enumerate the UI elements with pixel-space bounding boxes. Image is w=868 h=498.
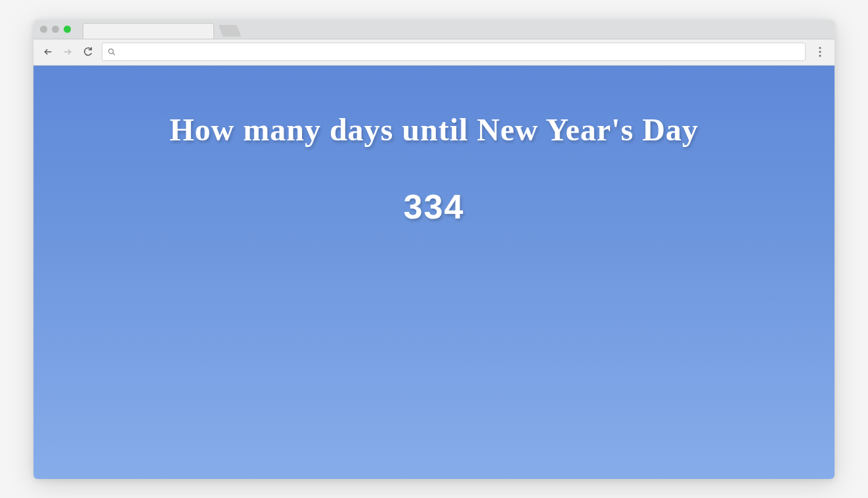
arrow-right-icon (63, 47, 72, 56)
svg-point-6 (819, 54, 821, 56)
window-controls (40, 26, 71, 33)
maximize-window-button[interactable] (64, 26, 71, 33)
reload-icon (83, 47, 93, 57)
minimize-window-button[interactable] (52, 26, 59, 33)
more-vert-icon (819, 47, 821, 57)
svg-line-3 (113, 53, 115, 55)
svg-point-5 (819, 51, 821, 52)
url-bar[interactable] (102, 43, 806, 61)
tab-strip (83, 20, 239, 39)
browser-tab[interactable] (83, 23, 214, 39)
close-window-button[interactable] (40, 26, 47, 33)
new-tab-button[interactable] (219, 25, 242, 37)
toolbar (33, 39, 835, 66)
page-headline: How many days until New Year's Day (169, 112, 699, 148)
url-input[interactable] (121, 47, 800, 57)
back-button[interactable] (43, 47, 53, 57)
forward-button[interactable] (62, 47, 73, 57)
days-count: 334 (404, 187, 465, 226)
browser-window: How many days until New Year's Day 334 (33, 20, 835, 479)
reload-button[interactable] (82, 47, 93, 57)
arrow-left-icon (43, 47, 53, 56)
menu-button[interactable] (812, 44, 828, 60)
page-content: How many days until New Year's Day 334 (33, 66, 835, 479)
svg-point-4 (819, 47, 821, 49)
nav-buttons (40, 47, 95, 57)
search-icon (108, 48, 116, 56)
title-bar (33, 20, 835, 39)
